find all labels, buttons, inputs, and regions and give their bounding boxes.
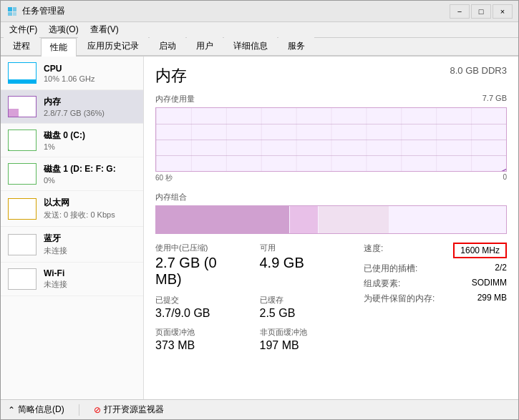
cpu-info: CPU 10% 1.06 GHz [44,64,136,83]
maximize-button[interactable]: □ [471,4,491,19]
stat-nonpaged: 非页面缓冲池 197 MB [260,327,350,352]
menu-file[interactable]: 文件(F) [4,22,43,37]
tab-details[interactable]: 详细信息 [224,36,277,55]
main-panel: 内存 8.0 GB DDR3 内存使用量 7.7 GB [144,57,518,399]
menu-view[interactable]: 查看(V) [84,22,125,37]
svg-rect-0 [8,7,12,11]
sidebar-item-disk0[interactable]: 磁盘 0 (C:) 1% [1,124,143,157]
svg-rect-5 [156,108,506,171]
content-area: CPU 10% 1.06 GHz 内存 2.8/7.7 GB (36%) [1,57,518,399]
speed-label: 速度: [364,243,383,258]
disk1-info: 磁盘 1 (D: E: F: G: 0% [44,163,136,185]
tab-users[interactable]: 用户 [187,36,223,55]
form-label: 组成要素: [364,278,400,290]
chart-usage-labels: 内存使用量 7.7 GB [155,94,507,104]
mem-info: 内存 2.8/7.7 GB (36%) [44,96,136,117]
eth-label: 以太网 [44,197,136,209]
used-value: 2.7 GB (0 MB) [155,255,246,288]
cpu-label: CPU [44,64,136,74]
title-bar: 任务管理器 − □ × [1,1,518,22]
combo-label: 内存组合 [155,192,507,202]
cpu-thumb-graph [9,79,36,83]
window-controls: − □ × [450,4,513,19]
speed-row: 速度: 1600 MHz [364,243,507,258]
sidebar-item-disk1[interactable]: 磁盘 1 (D: E: F: G: 0% [1,157,143,191]
bt-thumbnail [8,234,37,255]
stats-area: 使用中(已压缩) 2.7 GB (0 MB) 可用 4.9 GB 已提交 3.7… [155,243,507,352]
disk1-detail: 0% [44,176,136,185]
stat-used: 使用中(已压缩) 2.7 GB (0 MB) [155,243,246,288]
committed-value: 3.7/9.0 GB [155,307,246,320]
bt-detail: 未连接 [44,245,136,256]
close-button[interactable]: × [493,4,513,19]
summary-label[interactable]: 简略信息(D) [18,404,64,416]
slots-label: 已使用的插槽: [364,263,417,275]
available-label: 可用 [260,243,350,253]
chart-usage-right: 7.7 GB [482,94,507,104]
stat-cached: 已缓存 2.5 GB [260,295,350,320]
tab-app-history[interactable]: 应用历史记录 [78,36,148,55]
paged-value: 373 MB [155,339,246,352]
tab-bar: 进程 性能 应用历史记录 启动 用户 详细信息 服务 [1,38,518,57]
mem-thumbnail [8,96,37,117]
right-stats: 速度: 1600 MHz 已使用的插槽: 2/2 组成要素: SODIMM 为硬… [364,243,507,352]
left-stats: 使用中(已压缩) 2.7 GB (0 MB) 可用 4.9 GB 已提交 3.7… [155,243,349,352]
combo-standby [319,206,389,233]
chart-time-labels: 60 秒 0 [155,173,507,183]
combo-chart [155,205,507,234]
main-subtitle: 8.0 GB DDR3 [450,65,507,76]
slots-row: 已使用的插槽: 2/2 [364,263,507,275]
window-title: 任务管理器 [22,5,450,17]
sidebar-item-memory[interactable]: 内存 2.8/7.7 GB (36%) [1,90,143,124]
reserved-row: 为硬件保留的内存: 299 MB [364,293,507,305]
disk0-info: 磁盘 0 (C:) 1% [44,130,136,151]
combo-free [389,206,506,233]
chart-svg [156,108,506,171]
tab-services[interactable]: 服务 [278,36,314,55]
stats-grid: 使用中(已压缩) 2.7 GB (0 MB) 可用 4.9 GB 已提交 3.7… [155,243,349,352]
mem-detail: 2.8/7.7 GB (36%) [44,109,136,117]
app-icon [6,6,18,17]
committed-label: 已提交 [155,295,246,306]
paged-label: 页面缓冲池 [155,327,246,338]
eth-detail: 发送: 0 接收: 0 Kbps [44,210,136,220]
disk0-thumb-fill [9,150,9,150]
wifi-thumbnail [8,268,37,290]
mem-label: 内存 [44,96,136,108]
monitor-link[interactable]: ⊘ 打开资源监视器 [94,404,164,416]
summary-link[interactable]: ⌃ 简略信息(D) [8,404,64,416]
divider [79,404,79,416]
task-manager-window: 任务管理器 − □ × 文件(F) 选项(O) 查看(V) 进程 性能 应用历史… [0,0,519,420]
usage-chart [155,107,507,172]
monitor-label[interactable]: 打开资源监视器 [104,404,164,416]
sidebar-item-bluetooth[interactable]: 蓝牙 未连接 [1,227,143,263]
sidebar-item-cpu[interactable]: CPU 10% 1.06 GHz [1,57,143,90]
sidebar-item-wifi[interactable]: Wi-Fi 未连接 [1,263,143,296]
tab-startup[interactable]: 启动 [150,36,185,55]
tab-performance[interactable]: 性能 [41,38,77,57]
combo-cached [290,206,318,233]
main-title: 内存 [155,65,187,87]
menu-options[interactable]: 选项(O) [43,22,84,37]
disk1-thumbnail [8,163,37,185]
tab-process[interactable]: 进程 [4,36,39,55]
cpu-thumbnail [8,62,37,84]
stat-available: 可用 4.9 GB [260,243,350,288]
disk1-label: 磁盘 1 (D: E: F: G: [44,163,136,175]
sidebar: CPU 10% 1.06 GHz 内存 2.8/7.7 GB (36%) [1,57,144,399]
minimize-button[interactable]: − [450,4,470,19]
used-label: 使用中(已压缩) [155,243,246,253]
main-header: 内存 8.0 GB DDR3 [155,65,507,87]
speed-value: 1600 MHz [453,243,507,258]
wifi-detail: 未连接 [44,279,136,290]
combo-used [156,206,289,233]
monitor-icon: ⊘ [94,405,101,415]
eth-thumbnail [8,198,37,220]
form-row: 组成要素: SODIMM [364,278,507,290]
cpu-detail: 10% 1.06 GHz [44,74,136,83]
chart-time-left: 60 秒 [155,173,173,183]
svg-rect-2 [8,12,12,16]
menu-bar: 文件(F) 选项(O) 查看(V) [1,22,518,38]
form-value: SODIMM [472,278,507,290]
sidebar-item-ethernet[interactable]: 以太网 发送: 0 接收: 0 Kbps [1,191,143,227]
